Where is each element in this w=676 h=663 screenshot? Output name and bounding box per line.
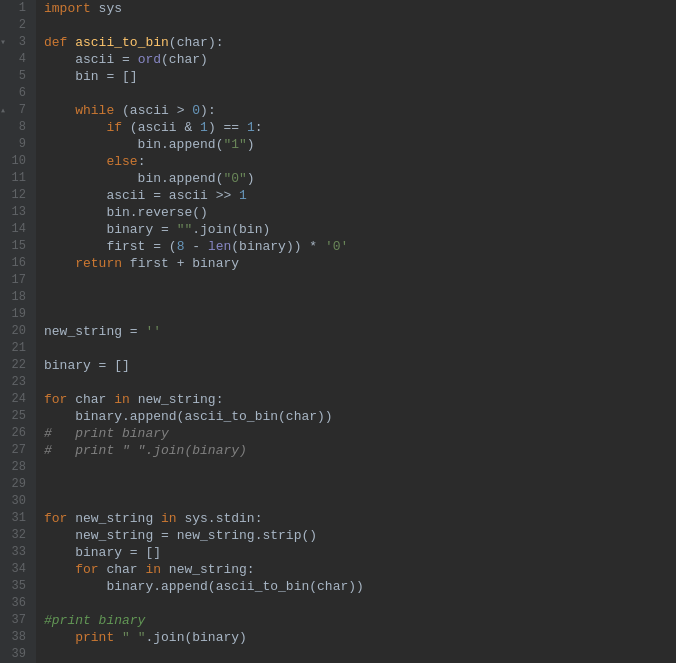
line-numbers: 12▾3456▴78910111213141516171819202122232… (0, 0, 36, 663)
fold-arrow-icon[interactable]: ▾ (0, 34, 6, 51)
token-kw: if (106, 119, 122, 136)
code-line (44, 374, 676, 391)
gutter-line: 2 (0, 17, 30, 34)
code-line: while (ascii > 0): (44, 102, 676, 119)
line-number: 1 (19, 0, 26, 17)
token-builtin: ord (138, 51, 161, 68)
token-plain: binary (44, 357, 99, 374)
gutter-line: 18 (0, 289, 30, 306)
token-op: = (122, 51, 130, 68)
line-number: 4 (19, 51, 26, 68)
line-number: 18 (12, 289, 26, 306)
token-plain: bin.append( (44, 136, 223, 153)
token-plain: : (138, 153, 146, 170)
token-comment: # print " ".join(binary) (44, 442, 247, 459)
code-line (44, 289, 676, 306)
line-number: 30 (12, 493, 26, 510)
token-str: " " (122, 629, 145, 646)
token-op: & (184, 119, 192, 136)
token-op: = (161, 221, 169, 238)
token-kw: while (75, 102, 114, 119)
token-plain (44, 153, 106, 170)
token-plain (67, 34, 75, 51)
line-number: 13 (12, 204, 26, 221)
token-plain: ): (200, 102, 216, 119)
token-kw: for (44, 510, 67, 527)
token-plain: bin (44, 68, 106, 85)
token-plain: ) (247, 170, 255, 187)
token-plain: ( (169, 34, 177, 51)
token-kw: for (44, 391, 67, 408)
gutter-line: 4 (0, 51, 30, 68)
gutter-line: 16 (0, 255, 30, 272)
token-op: + (177, 255, 185, 272)
gutter-line: 9 (0, 136, 30, 153)
code-line: binary.append(ascii_to_bin(char)) (44, 408, 676, 425)
token-kw: import (44, 0, 91, 17)
line-number: 26 (12, 425, 26, 442)
gutter-line: 28 (0, 459, 30, 476)
token-plain (231, 187, 239, 204)
gutter-line: 37 (0, 612, 30, 629)
token-op: = (153, 238, 161, 255)
code-line (44, 459, 676, 476)
token-plain: binary (44, 544, 130, 561)
token-plain (138, 323, 146, 340)
token-plain: ascii (161, 187, 216, 204)
token-plain: char (99, 561, 146, 578)
line-number: 10 (12, 153, 26, 170)
line-number: 37 (12, 612, 26, 629)
token-plain: new_string.strip() (169, 527, 317, 544)
code-line: binary.append(ascii_to_bin(char)) (44, 578, 676, 595)
code-line (44, 340, 676, 357)
token-op: = (161, 527, 169, 544)
line-number: 11 (12, 170, 26, 187)
code-editor: 12▾3456▴78910111213141516171819202122232… (0, 0, 676, 663)
token-op: = (153, 187, 161, 204)
line-number: 19 (12, 306, 26, 323)
line-number: 14 (12, 221, 26, 238)
gutter-line: 32 (0, 527, 30, 544)
token-op: >> (216, 187, 232, 204)
token-num: 1 (200, 119, 208, 136)
code-content[interactable]: import sys def ascii_to_bin(char): ascii… (36, 0, 676, 663)
gutter-line: 38 (0, 629, 30, 646)
token-op: - (192, 238, 200, 255)
line-number: 38 (12, 629, 26, 646)
gutter-line: 10 (0, 153, 30, 170)
gutter-line: 27 (0, 442, 30, 459)
line-number: 27 (12, 442, 26, 459)
line-number: 22 (12, 357, 26, 374)
token-plain: new_string (67, 510, 161, 527)
token-plain: (binary)) (231, 238, 309, 255)
code-line: return first + binary (44, 255, 676, 272)
gutter-line: 11 (0, 170, 30, 187)
gutter-line: 17 (0, 272, 30, 289)
code-line: #print binary (44, 612, 676, 629)
token-kw: in (114, 391, 130, 408)
line-number: 16 (12, 255, 26, 272)
token-num: 0 (192, 102, 200, 119)
token-kw: in (145, 561, 161, 578)
line-number: 31 (12, 510, 26, 527)
fold-arrow-icon[interactable]: ▴ (0, 102, 6, 119)
line-number: 9 (19, 136, 26, 153)
token-plain: sys.stdin: (177, 510, 263, 527)
line-number: 25 (12, 408, 26, 425)
token-fn: ascii_to_bin (75, 34, 169, 51)
line-number: 17 (12, 272, 26, 289)
gutter-line: 31 (0, 510, 30, 527)
token-op: = (106, 68, 114, 85)
token-plain: [] (106, 357, 129, 374)
gutter-line: 26 (0, 425, 30, 442)
gutter-line: 20 (0, 323, 30, 340)
gutter-line: 6 (0, 85, 30, 102)
gutter-line: ▴7 (0, 102, 30, 119)
token-kw: else (106, 153, 137, 170)
token-op: = (99, 357, 107, 374)
code-line: bin.append("0") (44, 170, 676, 187)
token-plain: binary (44, 221, 161, 238)
token-kw: def (44, 34, 67, 51)
code-line: ascii = ascii >> 1 (44, 187, 676, 204)
token-comment: # print binary (44, 425, 169, 442)
